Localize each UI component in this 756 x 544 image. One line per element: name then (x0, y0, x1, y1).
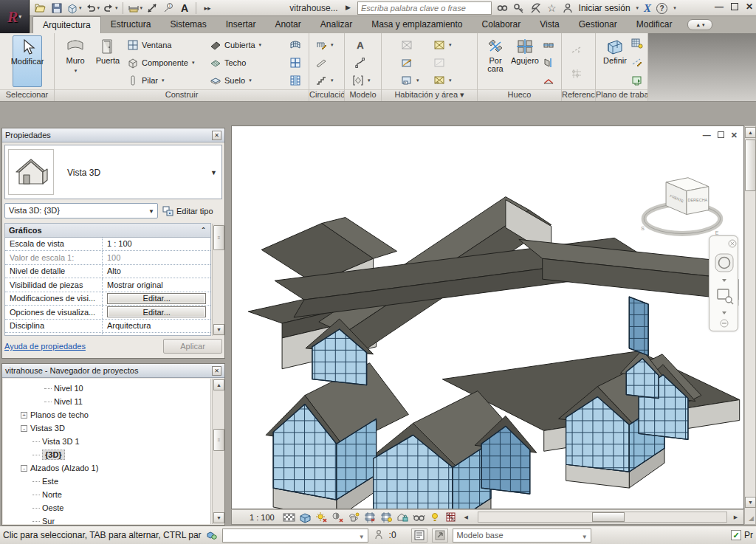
search-input[interactable]: Escriba palabra clave o frase (357, 1, 492, 15)
curtain-system-icon[interactable] (289, 37, 301, 53)
tab-arquitectura[interactable]: Arquitectura (32, 16, 101, 33)
tab-gestionar[interactable]: Gestionar (569, 16, 627, 33)
curtain-grid-icon[interactable] (289, 55, 301, 71)
property-value[interactable]: Editar... (103, 292, 210, 306)
redo-icon[interactable]: ▾ (103, 1, 118, 15)
dropdown-arrow-icon[interactable]: ▾ (115, 5, 118, 11)
tree-item-label[interactable]: Vistas 3D (30, 424, 65, 433)
property-value[interactable]: Alto (103, 265, 210, 278)
wall-opening-icon[interactable] (543, 37, 554, 53)
visual-style-icon[interactable] (299, 512, 312, 523)
edit-type-button[interactable]: Editar tipo (162, 203, 224, 219)
column-button[interactable]: Pilar▾ (127, 72, 165, 89)
vertical-opening-icon[interactable] (543, 55, 554, 71)
close-icon[interactable]: ✕ (212, 131, 221, 140)
qat-more-icon[interactable]: ▸▸ (201, 1, 214, 15)
viewer-icon[interactable] (631, 72, 643, 89)
property-value[interactable]: Arquitectura (103, 320, 210, 333)
property-value[interactable]: 1 : 100 (103, 238, 210, 251)
undo-icon[interactable]: ▾ (85, 1, 100, 15)
tree-item-label[interactable]: Oeste (42, 503, 63, 512)
property-row[interactable]: Valor de escala 1:100 (5, 251, 210, 265)
chevron-down-icon[interactable]: ▼ (210, 169, 217, 176)
search-icon[interactable] (496, 2, 508, 14)
reveal-hidden-icon[interactable] (429, 512, 441, 523)
collapse-icon[interactable]: - (21, 465, 27, 472)
type-selector[interactable]: Vista 3D ▼ (4, 145, 222, 199)
measure-icon[interactable] (145, 1, 159, 15)
editable-only-button[interactable] (411, 528, 427, 543)
canvas-vscrollbar[interactable]: ▲ ▼ ◢ (744, 125, 756, 525)
property-row[interactable]: Visibilidad de piezasMostrar original (5, 278, 210, 292)
tag-room-button[interactable] (401, 55, 413, 71)
help-icon[interactable]: ? (656, 3, 667, 14)
dropdown-arrow-icon[interactable]: ▾ (97, 5, 100, 11)
component-button[interactable]: Componente▾ (127, 55, 195, 71)
view-scale-button[interactable]: 1 : 100 (250, 513, 275, 522)
property-row[interactable]: Opciones de visualiza...Editar... (5, 306, 210, 320)
view-close-icon[interactable]: ✕ (731, 131, 738, 140)
analytical-model-icon[interactable] (445, 512, 458, 523)
workset-dropdown[interactable]: ▼ (222, 528, 368, 543)
tree-item-alzados-alzado-1-[interactable]: -Alzados (Alzado 1) (3, 461, 210, 475)
tree-item-label[interactable]: Planos de techo (30, 410, 89, 419)
press-drag-checkbox[interactable]: ✓ (731, 530, 741, 540)
edit-button[interactable]: Editar... (107, 306, 206, 317)
door-button[interactable]: Puerta (93, 35, 123, 87)
save-icon[interactable] (50, 1, 63, 15)
tab-analizar[interactable]: Analizar (311, 16, 362, 33)
dropdown-arrow-icon[interactable]: ▾ (79, 5, 82, 11)
exchange-apps-icon[interactable]: X (644, 2, 651, 15)
property-row[interactable]: Escala de vista1 : 100 (5, 238, 210, 252)
tab-anotar[interactable]: Anotar (265, 16, 310, 33)
tree-item-oeste[interactable]: Oeste (3, 501, 210, 514)
scroll-up-icon[interactable]: ▲ (745, 127, 756, 138)
scrollbar-thumb[interactable]: ≡ (213, 225, 224, 250)
close-icon[interactable]: ✕ (212, 366, 221, 376)
tab-colaborar[interactable]: Colaborar (472, 16, 531, 33)
tag-area-button[interactable]: ▾ (433, 72, 452, 89)
chevron-down-icon[interactable]: ▼ (148, 208, 154, 215)
property-value[interactable]: Mostrar original (103, 278, 210, 292)
tree-item-label[interactable]: Este (42, 477, 58, 486)
scrollbar-thumb[interactable]: ≡ (213, 429, 224, 451)
tab-masa-y-emplazamiento[interactable]: Masa y emplazamiento (362, 16, 472, 33)
tree-item-norte[interactable]: Norte (3, 488, 210, 501)
tree-item-este[interactable]: Este (3, 475, 210, 488)
close-button[interactable]: ✕ (746, 1, 753, 12)
tree-item-planos-de-techo[interactable]: +Planos de techo (3, 408, 210, 421)
tree-item-label[interactable]: Nivel 11 (54, 397, 83, 406)
hscroll-left-icon[interactable]: ◀ (461, 512, 471, 522)
tab-vista[interactable]: Vista (530, 16, 568, 33)
scrollbar-thumb[interactable] (592, 512, 625, 522)
modify-button[interactable]: Modificar (13, 35, 42, 87)
group-header-graficos[interactable]: Gráficos ⌃ (5, 224, 210, 238)
ceiling-button[interactable]: Techo (210, 55, 246, 71)
properties-title-bar[interactable]: Propiedades ✕ (2, 128, 224, 142)
drawing-area[interactable]: DERECHA FRENTE S E — ✕ (231, 125, 744, 509)
opening-by-face-button[interactable]: Por cara (481, 35, 510, 87)
set-work-plane-button[interactable]: Definir (600, 35, 630, 87)
canvas-hscrollbar[interactable] (478, 512, 727, 523)
scroll-down-icon[interactable]: ▼ (213, 324, 224, 335)
communication-center-icon[interactable] (530, 2, 542, 14)
view-restore-icon[interactable] (718, 131, 724, 138)
railing-button[interactable]: ▾ (315, 37, 334, 53)
room-separator-button[interactable]: ▾ (433, 37, 452, 53)
tree-item-label[interactable]: {3D} (42, 450, 65, 460)
dropdown-arrow-icon[interactable]: ▾ (673, 5, 676, 11)
floor-button[interactable]: Suelo▾ (210, 72, 252, 89)
ref-plane-icon[interactable] (631, 54, 643, 70)
tree-item--3d-[interactable]: {3D} (3, 448, 210, 461)
ribbon-collapse-button[interactable]: ▲ ▾ (687, 19, 712, 30)
tree-item-sur[interactable]: Sur (3, 514, 210, 524)
apply-button[interactable]: Aplicar (163, 339, 222, 354)
property-value[interactable]: Ninguno (103, 333, 210, 336)
hscroll-right-icon[interactable]: ▶ (731, 512, 740, 522)
tab-estructura[interactable]: Estructura (101, 16, 161, 33)
tree-item-label[interactable]: Sur (42, 517, 55, 524)
view-minimize-icon[interactable]: — (703, 131, 711, 140)
properties-help-link[interactable]: Ayuda de propiedades (4, 342, 86, 351)
area-boundary-button[interactable]: ▾ (401, 72, 419, 89)
crop-view-icon[interactable] (364, 512, 377, 523)
